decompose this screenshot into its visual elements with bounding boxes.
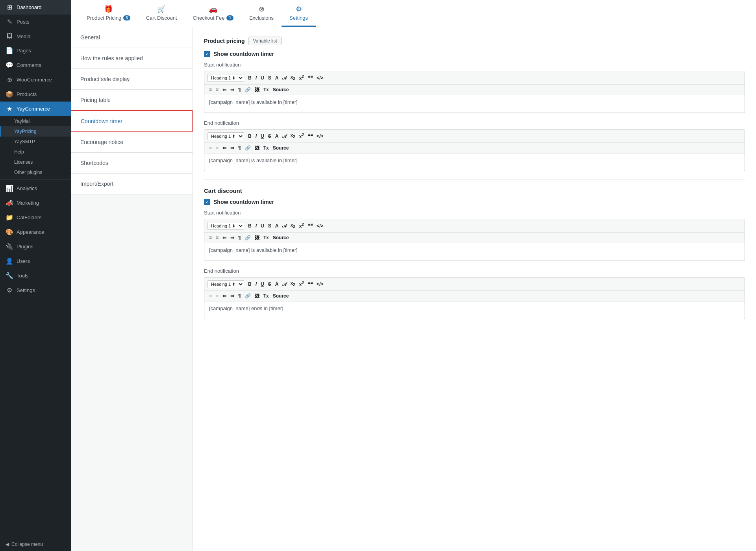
- cd-subscript-button-end[interactable]: x2: [289, 280, 296, 288]
- strikethrough-button[interactable]: S: [267, 74, 273, 81]
- blockquote-button[interactable]: ❝❝: [306, 74, 314, 81]
- cd-indent-button-end[interactable]: ⇒: [229, 292, 236, 300]
- sidebar-sub-yaypricing[interactable]: YayPricing: [0, 126, 71, 137]
- ordered-list-button-end[interactable]: ≡: [208, 144, 213, 152]
- cd-image-button[interactable]: 🖼: [253, 234, 261, 241]
- cd-font-color-button-end[interactable]: A: [274, 281, 280, 288]
- tab-cart-discount[interactable]: 🛒 Cart Discount: [138, 0, 185, 27]
- cd-superscript-button-end[interactable]: x2: [298, 280, 306, 288]
- cd-bold-button-end[interactable]: B: [246, 281, 253, 288]
- cd-start-notification-content[interactable]: [campaign_name] is available in [timer]: [204, 243, 745, 261]
- cd-outdent-button-end[interactable]: ⇐: [221, 292, 228, 300]
- bold-button[interactable]: B: [246, 74, 253, 81]
- cd-link-button[interactable]: 🔗: [243, 234, 252, 241]
- indent-button[interactable]: ⇒: [229, 86, 236, 93]
- sub-nav-how-rules[interactable]: How the rules are applied: [71, 48, 193, 69]
- strikethrough-button-end[interactable]: S: [267, 133, 273, 140]
- cd-bold-button[interactable]: B: [246, 222, 253, 229]
- paragraph-button[interactable]: ¶: [237, 86, 243, 93]
- cd-clear-format-button[interactable]: Tx: [262, 234, 271, 241]
- cd-outdent-button[interactable]: ⇐: [221, 234, 228, 241]
- sub-nav-product-sale-display[interactable]: Product sale display: [71, 69, 193, 90]
- source-button-end[interactable]: Source: [271, 144, 291, 152]
- cd-font-color-button[interactable]: A: [274, 222, 280, 229]
- sidebar-sub-help[interactable]: Help: [0, 147, 71, 157]
- sub-nav-countdown-timer[interactable]: Countdown timer: [71, 111, 193, 132]
- tab-product-pricing[interactable]: 🎁 Product Pricing 3: [79, 0, 138, 27]
- cd-source-button-end[interactable]: Source: [271, 292, 291, 300]
- cd-italic-button-end[interactable]: I: [254, 281, 258, 288]
- highlight-button[interactable]: 𝒜: [281, 74, 288, 81]
- sidebar-item-catfolders[interactable]: 📁 CatFolders: [0, 210, 71, 225]
- cd-show-timer-checkbox[interactable]: ✓: [204, 199, 210, 205]
- tab-checkout-fee[interactable]: 🚗 Checkout Fee 1: [185, 0, 241, 27]
- sidebar-item-posts[interactable]: ✎ Posts: [0, 15, 71, 29]
- sidebar-item-users[interactable]: 👤 Users: [0, 254, 71, 268]
- superscript-button[interactable]: x2: [298, 74, 306, 82]
- sidebar-item-plugins[interactable]: 🔌 Plugins: [0, 239, 71, 254]
- cd-clear-format-button-end[interactable]: Tx: [262, 292, 271, 300]
- sidebar-item-marketing[interactable]: 📣 Marketing: [0, 196, 71, 210]
- italic-button[interactable]: I: [254, 74, 258, 81]
- link-button-end[interactable]: 🔗: [243, 144, 252, 152]
- underline-button[interactable]: U: [259, 74, 266, 81]
- cd-source-button[interactable]: Source: [271, 234, 291, 241]
- subscript-button[interactable]: x2: [289, 74, 296, 81]
- pp-show-timer-checkbox[interactable]: ✓: [204, 51, 210, 57]
- sidebar-item-appearance[interactable]: 🎨 Appearance: [0, 225, 71, 239]
- source-button[interactable]: Source: [271, 86, 291, 93]
- cd-heading-select-end[interactable]: Heading 1 ⬍: [208, 280, 244, 288]
- cd-end-notification-content[interactable]: [campaign_name] ends in [timer]: [204, 301, 745, 319]
- cd-underline-button[interactable]: U: [259, 222, 266, 229]
- cd-unordered-list-button[interactable]: ≡: [214, 234, 220, 241]
- indent-button-end[interactable]: ⇒: [229, 144, 236, 152]
- variable-list-button[interactable]: Variable list: [248, 37, 281, 45]
- sub-nav-general[interactable]: General: [71, 27, 193, 48]
- outdent-button-end[interactable]: ⇐: [221, 144, 228, 152]
- blockquote-button-end[interactable]: ❝❝: [306, 133, 314, 140]
- sidebar-item-yaycommerce[interactable]: ★ YayCommerce: [0, 102, 71, 116]
- sidebar-item-pages[interactable]: 📄 Pages: [0, 43, 71, 58]
- paragraph-button-end[interactable]: ¶: [237, 144, 243, 152]
- cd-paragraph-button[interactable]: ¶: [237, 234, 243, 241]
- sidebar-item-dashboard[interactable]: ⊞ Dashboard: [0, 0, 71, 15]
- unordered-list-button-end[interactable]: ≡: [214, 144, 220, 152]
- cd-indent-button[interactable]: ⇒: [229, 234, 236, 241]
- sidebar-item-settings[interactable]: ⚙ Settings: [0, 283, 71, 298]
- sidebar-sub-yaymail[interactable]: YayMail: [0, 116, 71, 126]
- code-button[interactable]: </>: [315, 74, 325, 81]
- outdent-button[interactable]: ⇐: [221, 86, 228, 93]
- cd-code-button-end[interactable]: </>: [315, 281, 325, 288]
- sub-nav-encourage-notice[interactable]: Encourage notice: [71, 132, 193, 153]
- font-color-button[interactable]: A: [274, 74, 280, 81]
- image-button-end[interactable]: 🖼: [253, 144, 261, 152]
- heading-select[interactable]: Heading 1 ⬍: [208, 74, 244, 82]
- sidebar-sub-other-plugins[interactable]: Other plugins: [0, 167, 71, 178]
- sidebar-item-products[interactable]: 📦 Products: [0, 87, 71, 102]
- sub-nav-pricing-table[interactable]: Pricing table: [71, 90, 193, 111]
- cd-underline-button-end[interactable]: U: [259, 281, 266, 288]
- cd-paragraph-button-end[interactable]: ¶: [237, 292, 243, 300]
- cd-superscript-button[interactable]: x2: [298, 222, 306, 230]
- highlight-button-end[interactable]: 𝒜: [281, 133, 288, 140]
- cd-subscript-button[interactable]: x2: [289, 222, 296, 229]
- cd-ordered-list-button-end[interactable]: ≡: [208, 292, 213, 300]
- cd-link-button-end[interactable]: 🔗: [243, 292, 252, 300]
- sidebar-item-tools[interactable]: 🔧 Tools: [0, 268, 71, 283]
- sidebar-sub-yaysmtp[interactable]: YaySMTP: [0, 137, 71, 147]
- subscript-button-end[interactable]: x2: [289, 132, 296, 140]
- collapse-menu-button[interactable]: ◀ Collapse menu: [0, 538, 71, 551]
- underline-button-end[interactable]: U: [259, 133, 266, 140]
- bold-button-end[interactable]: B: [246, 133, 253, 140]
- sidebar-item-analytics[interactable]: 📊 Analytics: [0, 181, 71, 196]
- cd-highlight-button[interactable]: 𝒜: [281, 222, 288, 229]
- font-color-button-end[interactable]: A: [274, 133, 280, 140]
- image-button[interactable]: 🖼: [253, 86, 261, 93]
- cd-image-button-end[interactable]: 🖼: [253, 292, 261, 300]
- clear-format-button-end[interactable]: Tx: [262, 144, 271, 152]
- cd-italic-button[interactable]: I: [254, 222, 258, 229]
- sidebar-item-woocommerce[interactable]: ⊕ WooCommerce: [0, 72, 71, 87]
- clear-format-button[interactable]: Tx: [262, 86, 271, 93]
- sidebar-sub-licenses[interactable]: Licenses: [0, 157, 71, 167]
- cd-highlight-button-end[interactable]: 𝒜: [281, 281, 288, 288]
